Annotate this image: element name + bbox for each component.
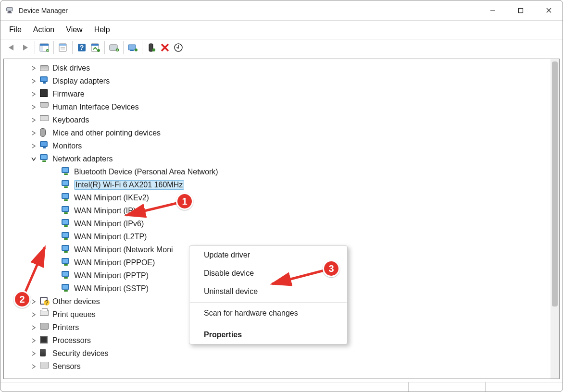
expand-icon [52,246,59,253]
expand-icon [52,233,59,240]
tree-node-label: Firmware [52,90,85,98]
tree-node-label: WAN Miniport (PPPOE) [74,258,155,267]
device-icon [62,180,71,190]
help-button[interactable]: ? [75,41,88,54]
annotation-badge: 2 [13,291,31,308]
add-legacy-hardware-button[interactable] [172,41,185,54]
context-menu-item[interactable]: Update driver [189,246,347,264]
tree-node[interactable]: Network adapters [4,152,550,165]
scan-hardware-button[interactable] [126,41,139,54]
device-icon [40,362,50,371]
expand-icon[interactable] [30,143,37,149]
expand-icon[interactable] [30,337,37,344]
expand-icon[interactable] [30,311,37,318]
expand-icon [52,195,59,201]
tree-node[interactable]: Monitors [4,139,550,152]
tree-node[interactable]: Keyboards [4,113,550,126]
context-menu: Update driverDisable deviceUninstall dev… [189,245,348,344]
context-menu-separator [190,302,347,303]
svg-point-26 [152,49,155,51]
enable-device-button[interactable] [145,41,158,54]
tree-node[interactable]: Firmware [4,87,550,100]
device-icon [40,102,50,112]
tree-node-label: WAN Miniport (IKEv2) [74,194,149,202]
device-icon [40,115,50,125]
tree-node[interactable]: WAN Miniport (IPv6) [4,217,550,230]
window-controls [479,0,563,21]
expand-icon [52,182,59,188]
expand-icon[interactable] [30,104,37,110]
svg-rect-4 [519,8,523,12]
expand-icon[interactable] [30,350,37,357]
maximize-button[interactable] [507,0,535,21]
expand-icon [52,220,59,227]
device-icon [62,245,71,255]
tree-node[interactable]: WAN Miniport (L2TP) [4,230,550,243]
expand-icon[interactable] [30,363,37,370]
tree-node[interactable]: Human Interface Devices [4,100,550,113]
expand-icon[interactable] [30,324,37,331]
expand-icon[interactable] [30,65,37,72]
device-icon [40,76,50,86]
context-menu-item[interactable]: Uninstall device [189,282,347,301]
scroll-thumb[interactable] [552,61,558,306]
properties-button[interactable] [56,41,70,54]
expand-icon[interactable] [30,78,37,85]
expand-icon[interactable] [30,91,37,98]
device-icon [62,219,71,229]
forward-button[interactable] [19,41,32,54]
tree-node[interactable]: WAN Miniport (IP) [4,204,550,217]
tree-node[interactable]: Mice and other pointing devices [4,126,550,139]
tree-node-label: WAN Miniport (PPTP) [74,271,149,280]
tree-node[interactable]: Intel(R) Wi-Fi 6 AX201 160MHz [4,178,550,191]
toolbar-sep [123,41,124,54]
window-title: Device Manager [19,7,68,14]
tree-node[interactable]: WAN Miniport (IKEv2) [4,191,550,204]
uninstall-button[interactable] [107,41,121,54]
device-icon [40,128,50,138]
expand-icon[interactable] [30,298,37,305]
toolbar-sep [35,41,35,54]
close-button[interactable] [535,0,563,21]
menu-help[interactable]: Help [88,22,116,37]
tree-node[interactable]: Bluetooth Device (Personal Area Network) [4,165,550,178]
context-menu-item[interactable]: Scan for hardware changes [189,304,347,322]
device-icon [40,63,50,73]
expand-icon [52,285,59,292]
minimize-button[interactable] [479,0,507,21]
svg-rect-1 [8,11,11,12]
expand-icon[interactable] [30,117,37,123]
tree-node[interactable]: Disk drives [4,61,550,74]
tree-node-label: WAN Miniport (L2TP) [74,233,147,241]
show-console-tree-button[interactable] [38,41,51,54]
expand-icon[interactable] [30,130,37,136]
tree-node-label: WAN Miniport (Network Moni [74,245,173,254]
tree-node[interactable]: Display adapters [4,74,550,87]
disable-device-button[interactable] [158,41,172,54]
tree-node-label: WAN Miniport (IP) [74,207,136,215]
status-cell-2 [409,382,486,392]
svg-rect-18 [91,44,99,46]
tree-node[interactable]: Sensors [4,360,550,373]
tree-node-label: Bluetooth Device (Personal Area Network) [74,168,218,176]
back-button[interactable] [5,41,19,54]
device-icon [62,206,71,216]
menu-view[interactable]: View [60,22,88,37]
update-driver-button[interactable] [88,41,102,54]
tree-node-label: Human Interface Devices [52,103,139,111]
device-icon [62,271,71,281]
expand-icon[interactable] [30,156,37,162]
tree-node-label: Keyboards [52,116,89,124]
tree-node-label: Monitors [52,142,82,150]
device-icon [40,154,50,164]
tree-node-label: WAN Miniport (SSTP) [74,284,149,293]
menu-action[interactable]: Action [27,22,60,37]
svg-rect-25 [149,44,153,51]
tree-node-label: Processors [52,336,91,345]
svg-rect-2 [8,12,12,13]
context-menu-item[interactable]: Properties [189,326,347,344]
vertical-scrollbar[interactable] [550,59,559,379]
tree-node-label: Display adapters [52,77,110,86]
menu-file[interactable]: File [3,22,27,37]
tree-node[interactable]: Security devices [4,347,550,360]
